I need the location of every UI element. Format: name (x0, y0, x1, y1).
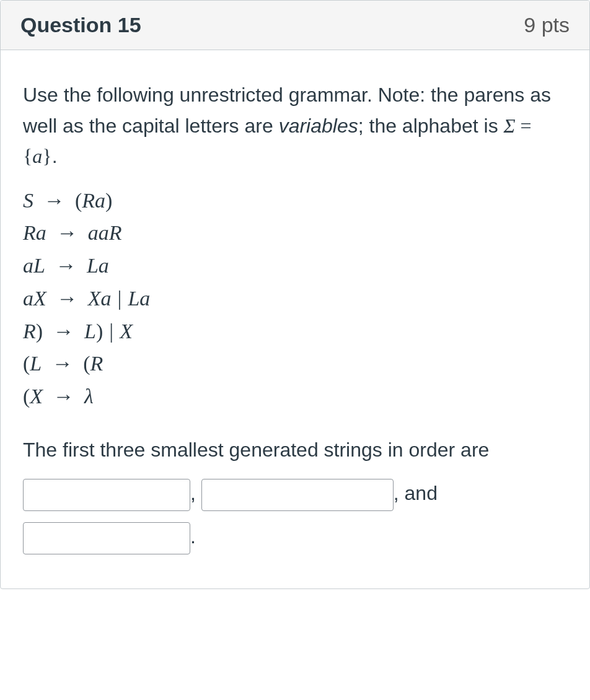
grammar-row: aL → La (23, 250, 567, 282)
grammar-lhs: (X (23, 385, 43, 408)
grammar-lhs: Ra (23, 221, 46, 244)
arrow-icon: → (48, 380, 79, 413)
grammar-lhs: S (23, 189, 33, 212)
answer-blank-3[interactable] (23, 522, 190, 554)
arrow-icon: → (48, 315, 79, 348)
answer-lead-text: The first three smallest generated strin… (23, 439, 489, 461)
answer-trailing-period: . (190, 525, 196, 548)
grammar-rhs: La (87, 254, 109, 277)
sigma-symbol: Σ (504, 115, 516, 137)
grammar-lhs: aX (23, 287, 46, 310)
pipe-icon: | (103, 315, 120, 348)
grammar-row: (L → (R (23, 348, 567, 380)
answer-area: The first three smallest generated strin… (23, 428, 567, 559)
intro-text-2: ; the alphabet is (358, 115, 504, 137)
question-title: Question 15 (20, 13, 141, 37)
arrow-icon: → (50, 250, 81, 282)
grammar-rhs: (Ra) (75, 189, 112, 212)
grammar-rhs: (R (83, 352, 103, 375)
grammar-rhs: aaR (88, 221, 122, 244)
grammar-row: Ra → aaR (23, 217, 567, 250)
question-points: 9 pts (524, 13, 570, 37)
intro-period: . (52, 145, 58, 167)
grammar-row: aX → Xa|La (23, 282, 567, 315)
grammar-row: R) → L)|X (23, 315, 567, 348)
grammar-rhs: λ (84, 385, 94, 408)
pipe-icon: | (112, 282, 128, 315)
grammar-lhs: aL (23, 254, 45, 277)
grammar-rhs: Xa|La (88, 287, 151, 310)
question-card: Question 15 9 pts Use the following unre… (0, 0, 590, 589)
question-body: Use the following unrestricted grammar. … (1, 50, 589, 588)
answer-comma-1: , (190, 482, 201, 504)
answer-comma-and: , and (394, 482, 438, 504)
arrow-icon: → (39, 185, 70, 217)
intro-variables-word: variables (279, 115, 358, 137)
arrow-icon: → (51, 217, 82, 250)
question-intro: Use the following unrestricted grammar. … (23, 80, 567, 172)
arrow-icon: → (51, 282, 82, 315)
grammar-row: S → (Ra) (23, 185, 567, 217)
answer-blank-2[interactable] (201, 479, 394, 511)
alphabet-a: a (32, 145, 42, 167)
grammar-lhs: (L (23, 352, 42, 375)
question-header: Question 15 9 pts (1, 1, 589, 50)
grammar-lhs: R) (23, 320, 43, 343)
grammar-row: (X → λ (23, 380, 567, 413)
grammar-rules: S → (Ra) Ra → aaR aL → La aX → Xa|La R) (23, 185, 567, 413)
arrow-icon: → (47, 348, 78, 380)
answer-blank-1[interactable] (23, 479, 190, 511)
grammar-rhs: L)|X (84, 320, 133, 343)
